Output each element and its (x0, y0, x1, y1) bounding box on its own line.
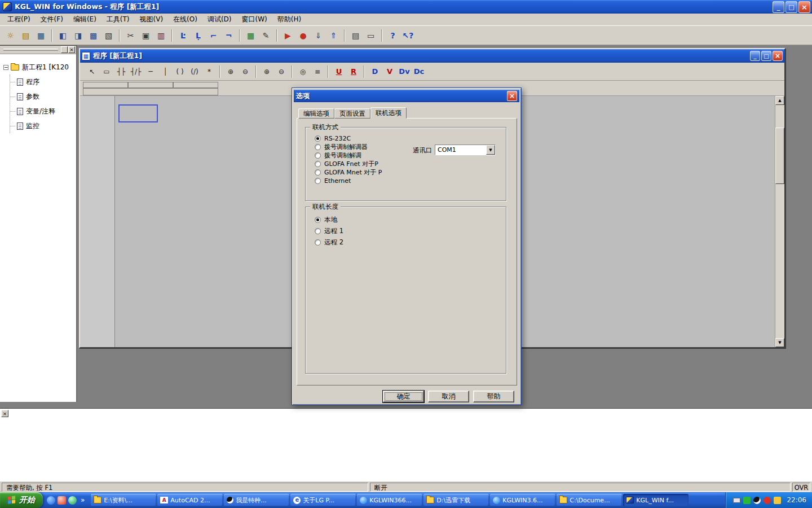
program-close-button[interactable]: × (773, 51, 783, 61)
tree-pin-button[interactable] (61, 46, 68, 53)
menu-edit[interactable]: 编辑(E) (68, 14, 102, 25)
menu-file[interactable]: 文件(F) (36, 14, 68, 25)
radio-remote-1[interactable]: 远程 1 (315, 225, 343, 237)
radio-leased-modem[interactable]: 拨号调制解调 (315, 151, 382, 160)
radio-glofa-mnet[interactable]: GLOFA Mnet 对于 P (315, 168, 382, 177)
preview-icon[interactable]: ▭ (364, 28, 378, 42)
new-window-icon[interactable]: ◧ (56, 28, 70, 42)
task-thunder-download-folder[interactable]: D:\迅雷下载 (423, 494, 489, 506)
task-documents-folder[interactable]: C:\Docume... (557, 494, 622, 506)
input-method-icon[interactable] (733, 498, 740, 503)
tree-root[interactable]: − 新工程1 [K120 (3, 60, 75, 75)
context-help-icon[interactable]: ↖? (401, 28, 415, 42)
media-quicklaunch-icon[interactable] (58, 496, 66, 505)
tree-item-variable-comment[interactable]: 变量/注释 (10, 104, 75, 119)
dialog-close-button[interactable]: × (507, 91, 517, 101)
task-kglwin366-download[interactable]: KGLWIN366... (357, 494, 422, 506)
zoom-out-icon[interactable]: ⊖ (239, 65, 252, 78)
vertical-scrollbar[interactable]: ▲ ▼ (775, 96, 784, 347)
tree-close-button[interactable]: × (68, 46, 75, 53)
tray-clock[interactable]: 22:06 (787, 496, 806, 504)
menu-window[interactable]: 窗口(W) (237, 14, 272, 25)
monitor-start-icon[interactable]: ▦ (244, 28, 258, 42)
coil-not-icon[interactable]: (/) (188, 65, 201, 78)
task-qq-chat[interactable]: 我是特种... (224, 494, 289, 506)
delete-rung-icon[interactable]: ¬ (222, 28, 236, 42)
insert-rung-icon[interactable]: ⌐ (206, 28, 220, 42)
program-minimize-button[interactable]: _ (750, 51, 760, 61)
scroll-down-icon[interactable]: ▼ (775, 338, 784, 347)
radio-rs232c[interactable]: RS-232C (315, 134, 382, 143)
plc-write-icon[interactable]: ⇑ (326, 28, 341, 42)
scroll-up-icon[interactable]: ▲ (775, 96, 784, 105)
desktop-quicklaunch-icon[interactable] (68, 496, 77, 505)
task-autocad[interactable]: AutoCAD 2... (157, 494, 223, 506)
special-tool-icon[interactable]: * (202, 65, 216, 78)
dc-instruction-icon[interactable]: Dc (412, 65, 426, 78)
dialog-titlebar[interactable]: 选项 × (294, 90, 519, 102)
select-tool-icon[interactable]: ↖ (85, 65, 99, 78)
open-project-icon[interactable]: ▤ (19, 28, 33, 42)
radio-dialup-modem[interactable]: 拨号调制解调器 (315, 143, 382, 151)
tab-page-setup[interactable]: 页面设置 (334, 108, 370, 119)
tree-item-program[interactable]: 程序 (10, 75, 75, 89)
tree-expander-icon[interactable]: − (3, 65, 8, 70)
contact-no-icon[interactable]: ┤├ (114, 65, 128, 78)
cut-icon[interactable]: ✂ (123, 28, 138, 42)
print-icon[interactable]: ▧ (102, 28, 116, 42)
menu-debug[interactable]: 调试(D) (202, 14, 237, 25)
zoom-in-icon[interactable]: ⊕ (224, 65, 237, 78)
vline-tool-icon[interactable]: │ (158, 65, 172, 78)
help-icon[interactable]: ? (386, 28, 400, 42)
contact-nc-icon[interactable]: ┤/├ (129, 65, 143, 78)
radio-ethernet[interactable]: Ethernet (315, 177, 382, 185)
menu-help[interactable]: 帮助(H) (272, 14, 306, 25)
dropdown-arrow-icon[interactable]: ▼ (486, 145, 495, 155)
set-coil-icon[interactable]: U (332, 65, 346, 78)
zoom-out-page-icon[interactable]: ⊖ (275, 65, 288, 78)
ladder-selection-cursor[interactable] (118, 104, 158, 122)
stop-mode-icon[interactable]: ● (296, 28, 310, 42)
save-project-icon[interactable]: ▦ (34, 28, 48, 42)
tree-item-monitor[interactable]: 监控 (10, 119, 75, 133)
ok-button[interactable]: 确定 (383, 391, 424, 402)
copy-icon[interactable]: ▣ (139, 28, 153, 42)
hline-tool-icon[interactable]: ─ (144, 65, 157, 78)
dock-grip[interactable] (3, 49, 58, 51)
save-all-icon[interactable]: ▩ (86, 28, 100, 42)
task-browser-lg[interactable]: 关于LG P... (290, 494, 356, 506)
update-icon[interactable] (774, 497, 781, 504)
qq-tray-icon[interactable] (753, 497, 761, 504)
dv-instruction-icon[interactable]: Dv (398, 65, 411, 78)
plc-read-icon[interactable]: ⇓ (311, 28, 325, 42)
radio-glofa-fnet[interactable]: GLOFA Fnet 对于P (315, 160, 382, 168)
new-project-icon[interactable]: ☼ (3, 28, 17, 42)
close-button[interactable]: × (798, 1, 810, 13)
quicklaunch-overflow-icon[interactable]: » (79, 496, 86, 504)
open-window-icon[interactable]: ◨ (71, 28, 85, 42)
help-button[interactable]: 帮助 (473, 391, 514, 402)
cancel-button[interactable]: 取消 (428, 391, 469, 402)
paste-icon[interactable]: ▥ (154, 28, 168, 42)
menu-tools[interactable]: 工具(T) (102, 14, 135, 25)
radio-local[interactable]: 本地 (315, 214, 343, 225)
zoom-in-page-icon[interactable]: ⊕ (260, 65, 273, 78)
program-window-titlebar[interactable]: ▦ 程序 [新工程1] _ □ × (80, 49, 784, 63)
network-icon[interactable] (743, 497, 751, 504)
run-mode-icon[interactable]: ▶ (281, 28, 295, 42)
edit-mode-icon[interactable]: ✎ (259, 28, 273, 42)
coil-tool-icon[interactable]: ( ) (173, 65, 187, 78)
align-icon[interactable]: ≡ (311, 65, 324, 78)
rect-tool-icon[interactable]: ▭ (100, 65, 113, 78)
menu-online[interactable]: 在线(O) (168, 14, 202, 25)
ladder-view-icon[interactable]: Ŀ (176, 28, 190, 42)
menu-view[interactable]: 视图(V) (135, 14, 169, 25)
reset-coil-icon[interactable]: R (347, 65, 360, 78)
d-instruction-icon[interactable]: D (368, 65, 382, 78)
ie-quicklaunch-icon[interactable] (47, 496, 55, 505)
titlebar[interactable]: KGL_WIN for Windows - 程序 [新工程1] _ □ × (0, 0, 812, 14)
program-restore-button[interactable]: □ (761, 51, 771, 61)
output-close-button[interactable]: × (1, 410, 8, 417)
security-icon[interactable] (764, 497, 771, 504)
scrollbar-thumb[interactable] (775, 128, 784, 184)
